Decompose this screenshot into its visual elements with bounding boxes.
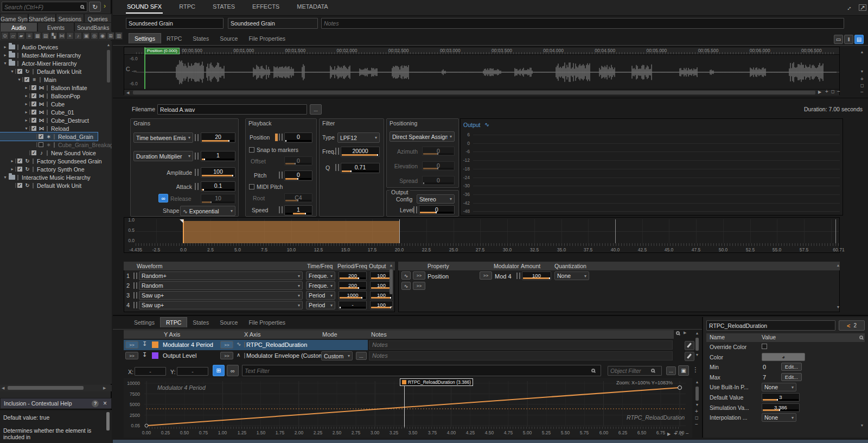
chevron-right-icon[interactable]: ▸ [9,159,15,163]
rtpc-mode-dropdown[interactable]: Custom▾ [321,351,353,360]
modtable-scroll-down-icon[interactable]: ▼ [388,305,394,309]
level-slider-icon[interactable] [413,206,418,213]
speed-numbox[interactable]: 1 [284,205,312,216]
props-search-icon[interactable] [859,336,863,339]
grain-window-left-handle[interactable] [180,219,183,223]
graph-hzoom-in-icon[interactable]: + [674,431,677,436]
routing-scroll-up-icon[interactable]: ▲ [835,263,841,267]
rtpc-more-button[interactable]: ... [356,352,367,360]
rtpc-cursor-label[interactable]: RTPC_ReloadDuration (3.386) [400,378,473,386]
filter-freq-numbox[interactable]: 20000 [341,147,380,157]
layout-single-button[interactable]: ▭ [834,35,843,44]
position-badge[interactable]: Position (0.000) [145,48,180,54]
chevron-right-icon[interactable]: ▸ [23,85,29,90]
settings-tab-source[interactable]: Source [214,34,243,43]
mod-waveform-dropdown[interactable]: Saw up+▾ [139,291,303,300]
position-slider-icon[interactable] [279,134,283,141]
tree-item-balloonpop[interactable]: ▸✓⋈BalloonPop [0,92,112,100]
azimuth-numbox[interactable]: 0 [422,147,455,156]
chevron-right-icon[interactable]: ▸ [23,102,29,106]
pitch-numbox[interactable]: 0 [284,170,312,181]
prop-dropdown[interactable]: None▾ [762,413,796,422]
graph-fit-icon[interactable]: ◻ [695,415,699,420]
tab-effects[interactable]: EFFECTS [251,0,280,12]
chevron-right-icon[interactable]: ▸ [23,118,29,123]
layout-stacked-button[interactable]: ▤ [854,35,864,44]
mod-waveform-dropdown[interactable]: Saw up+▾ [139,301,303,309]
wave-vzoom-out-icon[interactable]: − [860,89,864,95]
expand-search-icon[interactable]: › [104,2,106,10]
music-icon[interactable]: ♪ [74,32,82,40]
mod-timefreq-dropdown[interactable]: Freque...▾ [306,281,335,290]
box-icon[interactable]: ▣ [82,32,90,40]
rtpc-curve-canvas[interactable] [142,379,690,431]
positioning-mode-dropdown[interactable]: Direct Speaker Assign...▾ [390,131,455,142]
scroll-left-icon[interactable]: ◀ [2,386,4,390]
rtpc-name-input[interactable] [706,320,835,331]
rtpc-tab-states[interactable]: States [187,318,214,327]
tree-item-balloon-inflate[interactable]: ▸✓⋈Balloon Inflate [0,84,112,92]
edit-curve-row1-button[interactable] [685,341,694,350]
scroll-right-icon[interactable]: ▶ [103,386,106,390]
duration-multiplier-numbox[interactable]: 1 [201,151,235,161]
settings-tab-rtpc[interactable]: RTPC [161,34,187,43]
mod-waveform-slider-icon[interactable] [133,292,138,299]
tree-item-master-mixer-hierarchy[interactable]: ▸Master-Mixer Hierarchy [0,51,112,59]
tree-item-cube-01[interactable]: ▸✓⋈Cube_01 [0,108,112,116]
add-icon[interactable]: ⊞ [107,32,114,40]
settings-tab-states[interactable]: States [187,34,214,43]
mod-waveform-slider-icon[interactable] [133,273,138,279]
mod-timefreq-dropdown[interactable]: Freque...▾ [306,271,335,280]
routing-quantization-dropdown[interactable]: None▾ [554,271,589,280]
wave-hscrollbar[interactable]: ◀ [124,89,839,96]
envelope-marker-line[interactable] [615,219,616,243]
tab-states[interactable]: STATES [212,0,236,12]
checked-checkbox[interactable]: ✓ [31,93,36,98]
chevron-right-icon[interactable]: ▸ [23,93,29,98]
rtpc-row-expand-button[interactable]: >> [125,341,138,349]
chevron-down-icon[interactable]: ▾ [16,77,22,82]
tree-item-cube-destruct[interactable]: ▸✓⋈Cube_Destruct [0,116,112,124]
text-filter-input[interactable] [242,365,601,376]
rtpc-scrollbar[interactable] [695,338,699,351]
graph-hzoom-out-icon[interactable]: − [686,431,689,436]
graph-play-icon[interactable]: ▶ [667,432,671,436]
rtpc-notes-cell[interactable]: Notes [369,351,673,360]
grain-window-region[interactable] [183,221,399,243]
speed-slider-icon[interactable] [279,206,283,213]
config-dropdown[interactable]: Stereo▾ [417,194,455,204]
rtpc-tab-settings[interactable]: Settings [129,318,160,327]
zoom-in-icon[interactable]: + [825,88,828,94]
chevron-right-icon[interactable]: ▸ [9,167,15,172]
routing-scroll-down-icon[interactable]: ▼ [835,305,841,309]
duration-multiplier-slider-icon[interactable] [195,153,199,160]
prop-unchecked-checkbox[interactable] [762,344,767,349]
routing-modulator-expand-button[interactable]: >> [480,271,492,280]
rtpc-scroll-up-icon[interactable]: ▲ [694,331,700,335]
tree-hscroll[interactable]: ◀ ▶ [0,385,112,391]
mod-waveform-dropdown[interactable]: Random▾ [139,281,303,290]
filter-type-dropdown[interactable]: LPF12▾ [337,132,380,143]
props-scroll-down-icon[interactable]: ▼ [859,423,865,427]
attack-numbox[interactable]: 0.1 [201,181,235,192]
checked-checkbox[interactable]: ✓ [39,134,43,139]
target-icon[interactable]: ◎ [91,32,98,40]
offset-numbox[interactable]: 0 [284,156,312,166]
chevron-down-icon[interactable]: ▾ [2,175,8,180]
duration-multiplier-dropdown[interactable]: Duration Multiplier▾ [133,151,193,161]
filter-freq-slider-icon[interactable] [335,148,340,155]
tree-item-default-work-unit[interactable]: ▾✓↻Default Work Unit [0,67,112,75]
wave-scroll-down-icon[interactable]: ▼ [859,69,865,73]
mixer-icon[interactable]: ≡ [25,32,33,40]
graph-zoom-out-icon[interactable]: − [695,421,698,427]
routing-curve-button[interactable]: ∿ [401,271,411,280]
grain-window-right-edge[interactable] [399,219,400,243]
rtpc-flag-icon[interactable]: ▶ [684,331,686,335]
tree-scrollbar[interactable] [107,50,110,83]
graph-hfit-icon[interactable]: ◻ [680,431,684,436]
chevron-right-icon[interactable]: ▸ [2,45,8,49]
tree-item-main[interactable]: ▾✓≡Main [0,75,112,84]
checked-checkbox[interactable]: ✓ [31,150,36,155]
checked-checkbox[interactable]: ✓ [17,159,22,163]
rtpc-tab-source[interactable]: Source [214,318,243,327]
